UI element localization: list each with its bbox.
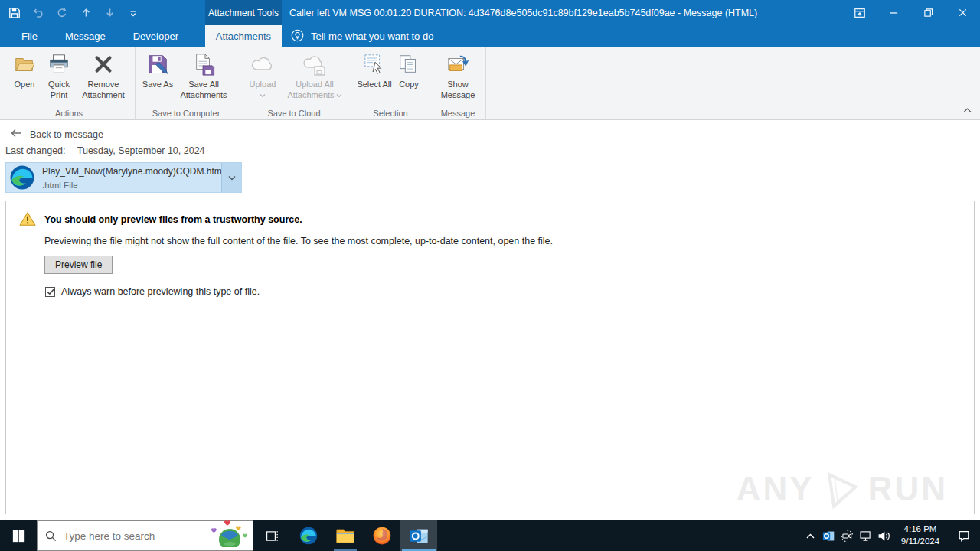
show-message-button[interactable]: Show Message	[435, 50, 481, 101]
upload-cloud-icon	[250, 51, 276, 77]
save-all-icon	[191, 51, 217, 77]
copy-button[interactable]: Copy	[393, 50, 425, 90]
window-title: Caller left VM MSG 00:01:20 DURATION: 4d…	[289, 0, 850, 25]
tab-developer[interactable]: Developer	[119, 25, 192, 47]
last-changed-value: Tuesday, September 10, 2024	[77, 145, 205, 156]
ribbon-tab-row: File Message Developer Help Attachments …	[0, 25, 980, 47]
warning-title: You should only preview files from a tru…	[44, 214, 302, 225]
window-controls	[842, 0, 980, 25]
group-label-actions: Actions	[3, 109, 135, 118]
save-icon[interactable]	[8, 6, 21, 20]
always-warn-label: Always warn before previewing this type …	[61, 286, 260, 297]
anyrun-watermark: ANY RUN	[737, 465, 948, 513]
search-doodle-illustration	[201, 518, 251, 550]
remove-attachment-label: Remove Attachment	[77, 80, 130, 101]
anyrun-play-icon	[818, 465, 865, 513]
group-label-save-to-cloud: Save to Cloud	[237, 109, 351, 118]
tab-file[interactable]: File	[8, 25, 51, 47]
back-to-message-link[interactable]: Back to message	[11, 129, 103, 140]
attachment-filename: Play_VM_Now(Marylyne.moody)CQDM.html	[42, 166, 221, 177]
undo-icon[interactable]	[31, 6, 45, 20]
always-warn-checkbox[interactable]	[45, 287, 55, 297]
group-label-selection: Selection	[351, 109, 430, 118]
customize-qat-icon[interactable]	[126, 6, 140, 20]
taskbar-file-explorer-button[interactable]	[327, 520, 364, 551]
last-changed-row: Last changed: Tuesday, September 10, 202…	[5, 145, 205, 156]
upload-all-cloud-icon	[302, 51, 328, 77]
task-view-button[interactable]	[253, 520, 290, 551]
taskbar-edge-button[interactable]	[290, 520, 327, 551]
restore-icon[interactable]	[911, 0, 946, 25]
title-bar: Attachment Tools Caller left VM MSG 00:0…	[0, 0, 980, 25]
attachment-chip-main[interactable]: Play_VM_Now(Marylyne.moody)CQDM.html .ht…	[6, 163, 221, 192]
clock-date: 9/11/2024	[901, 536, 939, 548]
warning-body: Previewing the file might not show the f…	[44, 236, 553, 246]
ribbon-group-selection: Select All Copy Selection	[351, 47, 430, 119]
open-folder-icon	[11, 51, 38, 77]
close-icon[interactable]	[946, 0, 980, 25]
copy-label: Copy	[399, 80, 419, 90]
tray-chevron-up-icon[interactable]	[801, 520, 819, 551]
ribbon-display-options-icon[interactable]	[842, 0, 877, 25]
upload-all-attachments-label: Upload All Attachments	[283, 80, 346, 101]
warning-triangle-icon	[19, 211, 36, 230]
ribbon-group-save-to-computer: Save As Save All Attachments Save to Com…	[136, 47, 237, 119]
next-item-icon[interactable]	[103, 6, 116, 20]
remove-attachment-button[interactable]: Remove Attachment	[77, 50, 130, 101]
save-as-button[interactable]: Save As	[140, 50, 175, 90]
show-message-icon	[445, 51, 471, 77]
action-center-button[interactable]	[948, 520, 980, 551]
ribbon-group-actions: Open Quick Print Remove Attachment Actio…	[3, 47, 136, 119]
copy-icon	[396, 51, 422, 77]
tab-attachments[interactable]: Attachments	[205, 25, 282, 47]
quick-access-toolbar	[8, 0, 140, 25]
group-label-save-to-computer: Save to Computer	[136, 109, 237, 118]
taskbar-firefox-button[interactable]	[364, 520, 400, 551]
taskbar: 4:16 PM 9/11/2024	[0, 520, 980, 551]
contextual-tab-header: Attachment Tools	[205, 0, 282, 25]
select-all-label: Select All	[357, 80, 391, 90]
taskbar-search[interactable]	[37, 520, 253, 551]
upload-label: Upload	[250, 80, 276, 90]
tray-outlook-icon[interactable]	[819, 520, 838, 551]
ribbon-group-message: Show Message Message	[430, 47, 486, 119]
taskbar-outlook-button[interactable]	[400, 520, 437, 551]
edge-file-icon	[8, 164, 36, 191]
taskbar-clock[interactable]: 4:16 PM 9/11/2024	[893, 520, 948, 551]
ribbon-group-save-to-cloud: Upload Upload All Attachments Save to Cl…	[237, 47, 351, 119]
upload-button: Upload	[242, 50, 283, 101]
remove-x-icon	[90, 51, 116, 77]
chevron-down-icon	[260, 90, 266, 101]
tray-volume-icon[interactable]	[874, 520, 893, 551]
save-all-attachments-button[interactable]: Save All Attachments	[175, 50, 232, 101]
minimize-icon[interactable]	[877, 0, 911, 25]
select-all-button[interactable]: Select All	[356, 50, 393, 90]
collapse-ribbon-icon[interactable]	[962, 103, 972, 116]
tab-message[interactable]: Message	[51, 25, 119, 47]
tray-meet-now-icon[interactable]	[838, 520, 856, 551]
system-tray: 4:16 PM 9/11/2024	[801, 520, 980, 551]
open-button[interactable]: Open	[8, 50, 41, 90]
attachment-preview-pane: Back to message Last changed: Tuesday, S…	[0, 120, 980, 520]
outlook-window: Attachment Tools Caller left VM MSG 00:0…	[0, 0, 980, 551]
redo-icon[interactable]	[55, 6, 69, 20]
attachment-dropdown-button[interactable]	[221, 163, 241, 192]
select-all-icon	[361, 51, 387, 77]
tell-me-label: Tell me what you want to do	[311, 31, 433, 42]
lightbulb-icon	[291, 29, 304, 44]
open-label: Open	[15, 80, 35, 90]
printer-icon	[46, 51, 72, 77]
tell-me-box[interactable]: Tell me what you want to do	[291, 25, 433, 47]
watermark-run-text: RUN	[868, 470, 948, 508]
attachment-chip[interactable]: Play_VM_Now(Marylyne.moody)CQDM.html .ht…	[5, 162, 242, 193]
previous-item-icon[interactable]	[79, 6, 93, 20]
preview-file-button[interactable]: Preview file	[44, 256, 113, 274]
back-arrow-icon	[11, 129, 22, 140]
tray-network-icon[interactable]	[856, 520, 874, 551]
chevron-down-icon	[336, 90, 342, 101]
save-as-icon	[145, 51, 171, 77]
quick-print-button[interactable]: Quick Print	[41, 50, 77, 101]
last-changed-label: Last changed:	[5, 145, 66, 156]
ribbon: Open Quick Print Remove Attachment Actio…	[0, 47, 980, 120]
start-button[interactable]	[0, 520, 37, 551]
